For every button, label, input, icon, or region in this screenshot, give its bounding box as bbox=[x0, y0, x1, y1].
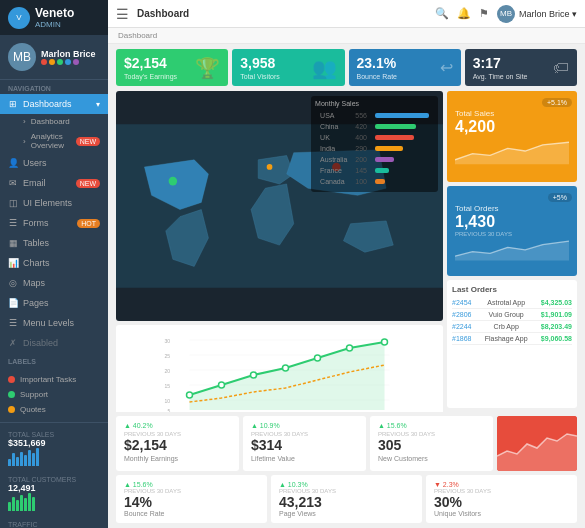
bar5 bbox=[24, 455, 27, 466]
pages-icon: 📄 bbox=[8, 298, 18, 308]
user-info: Marlon Brice bbox=[41, 49, 96, 65]
visitors-label: Total Visitors bbox=[240, 73, 280, 80]
table-row: USA556 bbox=[317, 111, 432, 120]
chevron-icon: ▾ bbox=[96, 100, 100, 109]
arrow-icon2: › bbox=[23, 137, 26, 146]
main-content: ☰ Dashboard 🔍 🔔 ⚑ MB Marlon Brice ▾ Dash… bbox=[108, 0, 585, 528]
label-quotes[interactable]: Quotes bbox=[8, 402, 100, 417]
monthly-earnings-value: $2,154 bbox=[124, 437, 231, 453]
nav-sub-dashboards: › Dashboard › Analytics Overview NEW bbox=[0, 114, 108, 153]
svg-point-24 bbox=[219, 382, 225, 388]
important-label: Important Tasks bbox=[20, 375, 76, 384]
total-sales-badge: +5.1% bbox=[542, 95, 572, 107]
charts-icon: 📊 bbox=[8, 258, 18, 268]
orders-area-chart bbox=[455, 237, 569, 262]
br2-unique: ▼ 2.3% PREVIOUS 30 DAYS 30% Unique Visit… bbox=[426, 475, 577, 523]
hot-badge: HOT bbox=[77, 219, 100, 228]
sidebar-item-tables[interactable]: ▦ Tables bbox=[0, 233, 108, 253]
maps-label: Maps bbox=[23, 278, 45, 288]
pageviews-label: Page Views bbox=[279, 510, 414, 517]
tag-icon: 🏷 bbox=[553, 59, 569, 77]
bounce-value: 23.1% bbox=[357, 55, 397, 71]
order-amount-3: $8,203.49 bbox=[541, 323, 572, 330]
maps-icon: ◎ bbox=[8, 278, 18, 288]
total-sales-card: +5.1% Total Sales 4,200 bbox=[447, 91, 577, 182]
time-label: Avg. Time on Site bbox=[473, 73, 528, 80]
sidebar-item-ui[interactable]: ◫ UI Elements bbox=[0, 193, 108, 213]
order-id-2: #2806 bbox=[452, 311, 471, 318]
sales-area-chart bbox=[455, 136, 569, 166]
sidebar-item-email[interactable]: ✉ Email NEW bbox=[0, 173, 108, 193]
cbar1 bbox=[8, 502, 11, 511]
users-label: Users bbox=[23, 158, 47, 168]
menu-icon: ☰ bbox=[8, 318, 18, 328]
trophy-icon: 🏆 bbox=[195, 56, 220, 80]
sidebar-item-users[interactable]: 👤 Users bbox=[0, 153, 108, 173]
time-value: 3:17 bbox=[473, 55, 528, 71]
sidebar-item-disabled[interactable]: ✗ Disabled bbox=[0, 333, 108, 353]
monthly-sales-title: Monthly Sales bbox=[315, 100, 434, 107]
table-row: UK400 bbox=[317, 133, 432, 142]
cbar7 bbox=[32, 497, 35, 511]
sidebar-item-forms[interactable]: ☰ Forms HOT bbox=[0, 213, 108, 233]
stat-time: 3:17 Avg. Time on Site 🏷 bbox=[465, 49, 577, 86]
order-id-3: #2244 bbox=[452, 323, 471, 330]
label-important[interactable]: Important Tasks bbox=[8, 372, 100, 387]
new-customers-value: 305 bbox=[378, 437, 485, 453]
sidebar-item-analytics[interactable]: › Analytics Overview NEW bbox=[15, 129, 108, 153]
svg-point-25 bbox=[251, 372, 257, 378]
email-label: Email bbox=[23, 178, 46, 188]
dashboard-label: Dashboard bbox=[31, 117, 70, 126]
right-panels: +5.1% Total Sales 4,200 +5% Total Order bbox=[447, 91, 577, 408]
orange-dot bbox=[8, 406, 15, 413]
sales-mini-chart bbox=[8, 448, 100, 466]
sidebar-item-pages[interactable]: 📄 Pages bbox=[0, 293, 108, 313]
email-new-badge: NEW bbox=[76, 179, 100, 188]
arrow-icon: › bbox=[23, 117, 26, 126]
forms-icon: ☰ bbox=[8, 218, 18, 228]
topbar-title: Dashboard bbox=[137, 8, 189, 19]
red-chart-card bbox=[497, 416, 577, 471]
sidebar-item-charts[interactable]: 📊 Charts bbox=[0, 253, 108, 273]
search-icon[interactable]: 🔍 bbox=[435, 7, 449, 20]
dot-blue bbox=[65, 59, 71, 65]
total-orders-badge: +5% bbox=[548, 190, 572, 202]
total-sales-label: TOTAL SALES bbox=[8, 431, 100, 438]
unique-label: Unique Visitors bbox=[434, 510, 569, 517]
flag-icon[interactable]: ⚑ bbox=[479, 7, 489, 20]
support-label: Support bbox=[20, 390, 48, 399]
svg-point-23 bbox=[187, 392, 193, 398]
table-row: Canada100 bbox=[317, 177, 432, 186]
order-row-3: #2244 Crb App $8,203.49 bbox=[452, 321, 572, 333]
bottom-row2: ▲ 15.6% PREVIOUS 30 DAYS 14% Bounce Rate… bbox=[108, 475, 585, 528]
summary-sales: TOTAL SALES $351,669 bbox=[8, 428, 100, 469]
bottom-stat-earnings: ▲ 40.2% PREVIOUS 30 DAYS $2,154 Monthly … bbox=[116, 416, 239, 471]
svg-point-27 bbox=[315, 355, 321, 361]
br2-pageviews: ▲ 10.3% PREVIOUS 30 DAYS 43,213 Page Vie… bbox=[271, 475, 422, 523]
sidebar-item-maps[interactable]: ◎ Maps bbox=[0, 273, 108, 293]
svg-point-28 bbox=[347, 345, 353, 351]
new-badge: NEW bbox=[76, 137, 100, 146]
total-sales-card-value: 4,200 bbox=[455, 118, 569, 136]
hamburger-icon[interactable]: ☰ bbox=[116, 6, 129, 22]
lifetime-label: Lifetime Value bbox=[251, 455, 358, 462]
sidebar-item-dashboard[interactable]: › Dashboard bbox=[15, 114, 108, 129]
label-support[interactable]: Support bbox=[8, 387, 100, 402]
labels-section-label: Labels bbox=[0, 353, 108, 367]
stat-visitors: 3,958 Total Visitors 👥 bbox=[232, 49, 344, 86]
bell-icon[interactable]: 🔔 bbox=[457, 7, 471, 20]
sidebar-item-menu-levels[interactable]: ☰ Menu Levels bbox=[0, 313, 108, 333]
bottom-stat-lifetime: ▲ 10.9% PREVIOUS 30 DAYS $314 Lifetime V… bbox=[243, 416, 366, 471]
lifetime-value: $314 bbox=[251, 437, 358, 453]
sidebar-item-dashboards[interactable]: ⊞ Dashboards ▾ bbox=[0, 94, 108, 114]
order-name-4: Flashage App bbox=[485, 335, 528, 342]
people-icon: 👥 bbox=[312, 56, 337, 80]
user-profile: MB Marlon Brice bbox=[0, 35, 108, 80]
topbar-user[interactable]: MB Marlon Brice ▾ bbox=[497, 5, 577, 23]
svg-point-1 bbox=[169, 177, 178, 186]
bounce-label: Bounce Rate bbox=[357, 73, 397, 80]
order-row-4: #1868 Flashage App $9,060.58 bbox=[452, 333, 572, 345]
svg-text:10: 10 bbox=[165, 398, 171, 404]
total-customers-label: TOTAL CUSTOMERS bbox=[8, 476, 100, 483]
total-sales-value: $351,669 bbox=[8, 438, 100, 448]
